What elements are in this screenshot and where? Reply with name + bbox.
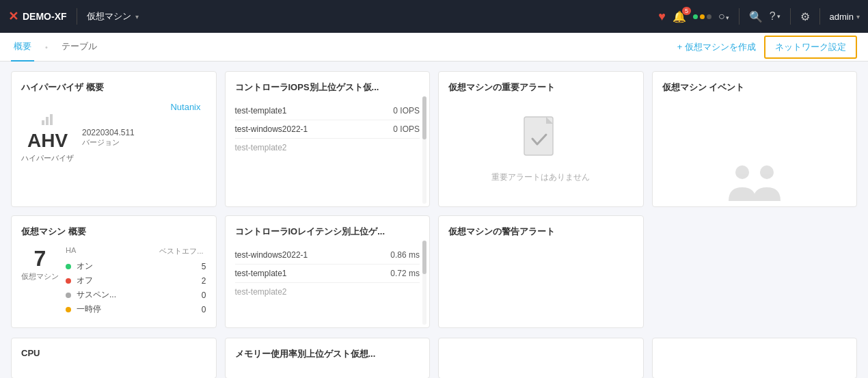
iops-card-title: コントローラIOPS別上位ゲスト仮... bbox=[235, 81, 420, 94]
hypervisor-content: Nutanix AHV ハイパーバイザ 20220304.511 バージョン bbox=[21, 102, 206, 163]
svg-point-6 bbox=[760, 165, 774, 179]
bell-badge: 5 bbox=[682, 7, 691, 15]
svg-rect-0 bbox=[42, 120, 44, 125]
latency-row-3: test-template2 bbox=[235, 283, 420, 301]
latency-value-2: 0.72 ms bbox=[390, 269, 420, 278]
iops-value-1: 0 IOPS bbox=[393, 106, 420, 116]
iops-name-1: test-template1 bbox=[235, 106, 287, 116]
vm-dot-off bbox=[66, 278, 71, 284]
user-caret-icon: ▾ bbox=[856, 13, 860, 21]
latency-name-2: test-template1 bbox=[235, 269, 287, 278]
iops-scrollbar[interactable] bbox=[422, 96, 426, 204]
iops-scrollbar-thumb bbox=[422, 96, 426, 139]
iops-name-3: test-template2 bbox=[235, 143, 287, 152]
vm-table-block: HA ベストエフ... オン 5 オフ 2 サスペン... 0 bbox=[66, 246, 206, 318]
hypervisor-main: AHV ハイパーバイザ 20220304.511 バージョン bbox=[21, 112, 206, 163]
bell-icon[interactable]: 🔔 5 bbox=[673, 10, 686, 23]
main-grid: ハイパーバイザ 概要 Nutanix AHV ハイパーバイザ 202203 bbox=[0, 62, 868, 338]
network-settings-button[interactable]: ネットワーク設定 bbox=[764, 36, 857, 59]
user-menu[interactable]: admin ▾ bbox=[830, 12, 860, 22]
cpu-card-title: CPU bbox=[21, 348, 206, 358]
iops-row-3: test-template2 bbox=[235, 139, 420, 157]
nav-right-divider3 bbox=[819, 8, 820, 25]
vm-summary-title: 仮想マシン 概要 bbox=[21, 226, 206, 238]
vm-count-suspended: 0 bbox=[202, 291, 206, 300]
help-icon[interactable]: ?▾ bbox=[770, 10, 781, 23]
hypervisor-right: 20220304.511 バージョン bbox=[82, 128, 135, 148]
vm-label-on: オン bbox=[77, 260, 199, 272]
nav-divider bbox=[77, 8, 77, 25]
heartbeat-icon[interactable]: ♥ bbox=[658, 10, 666, 24]
dot-gray bbox=[707, 14, 711, 19]
vm-dot-on bbox=[66, 264, 71, 269]
nav-menu-vm[interactable]: 仮想マシン ▾ bbox=[87, 10, 139, 23]
vm-count-block: 7 仮想マシン bbox=[21, 246, 59, 318]
network-settings-label: ネットワーク設定 bbox=[775, 42, 846, 52]
vm-events-title: 仮想マシン イベント bbox=[662, 81, 847, 94]
latency-value-1: 0.86 ms bbox=[390, 250, 420, 260]
search-icon[interactable]: 🔍 bbox=[749, 10, 763, 23]
cpu-card: CPU bbox=[11, 338, 217, 378]
warning-alerts-card-2 bbox=[438, 338, 644, 378]
hypervisor-brand: Nutanix bbox=[170, 102, 206, 112]
no-alerts-icon bbox=[520, 116, 561, 165]
dot-green bbox=[693, 14, 698, 19]
hypervisor-type: AHV bbox=[27, 130, 68, 152]
app-logo[interactable]: ✕ DEMO-XF bbox=[8, 9, 67, 24]
dot-orange bbox=[700, 14, 705, 19]
nav-menu-label: 仮想マシン bbox=[87, 10, 131, 23]
latency-card-title: コントローラIOレイテンシ別上位ゲ... bbox=[235, 226, 420, 238]
vm-summary-card: 仮想マシン 概要 7 仮想マシン HA ベストエフ... オン 5 オフ bbox=[11, 215, 217, 328]
alerts-empty-state: 重要アラートはありません bbox=[448, 102, 634, 197]
gear-icon[interactable]: ⚙ bbox=[800, 10, 810, 23]
hypervisor-version-label: バージョン bbox=[82, 137, 135, 148]
svg-rect-2 bbox=[50, 114, 53, 125]
tabs-left: 概要 • テーブル bbox=[11, 33, 677, 62]
warning-alerts-title: 仮想マシンの警告アラート bbox=[448, 226, 634, 238]
vm-count: 7 bbox=[34, 246, 46, 271]
vm-row-paused: 一時停 0 bbox=[66, 303, 206, 315]
iops-card: コントローラIOPS別上位ゲスト仮... test-template1 0 IO… bbox=[225, 71, 431, 207]
vm-events-card: 仮想マシン イベント EVENTS bbox=[652, 71, 858, 207]
latency-table: test-windows2022-1 0.86 ms test-template… bbox=[235, 246, 420, 301]
iops-value-2: 0 IOPS bbox=[393, 124, 420, 134]
vm-table-header: HA ベストエフ... bbox=[66, 246, 206, 256]
events-figure-icon bbox=[720, 154, 789, 207]
vm-label-suspended: サスペン... bbox=[77, 289, 199, 301]
vm-summary-content: 7 仮想マシン HA ベストエフ... オン 5 オフ 2 bbox=[21, 246, 206, 318]
logo-x-icon: ✕ bbox=[8, 9, 18, 24]
create-vm-button[interactable]: + 仮想マシンを作成 bbox=[677, 41, 756, 53]
vm-count-paused: 0 bbox=[202, 305, 206, 314]
memory-card: メモリー使用率別上位ゲスト仮想... bbox=[225, 338, 431, 378]
svg-point-5 bbox=[735, 165, 749, 179]
app-name: DEMO-XF bbox=[23, 11, 67, 22]
tab-table[interactable]: テーブル bbox=[59, 33, 100, 62]
memory-card-title: メモリー使用率別上位ゲスト仮想... bbox=[235, 348, 420, 360]
tab-overview[interactable]: 概要 bbox=[11, 33, 34, 62]
circle-status-icon[interactable]: ○▾ bbox=[718, 10, 729, 23]
nav-right-divider2 bbox=[790, 8, 791, 25]
topnav-icons: ♥ 🔔 5 ○▾ 🔍 ?▾ ⚙ admin ▾ bbox=[658, 8, 860, 25]
tabsbar: 概要 • テーブル + 仮想マシンを作成 ネットワーク設定 bbox=[0, 33, 868, 62]
critical-alerts-card: 仮想マシンの重要アラート 重要アラートはありません bbox=[438, 71, 644, 207]
latency-card: コントローラIOレイテンシ別上位ゲ... test-windows2022-1 … bbox=[225, 215, 431, 328]
vm-col-best: ベストエフ... bbox=[159, 246, 203, 256]
status-dots[interactable] bbox=[693, 14, 711, 19]
latency-name-1: test-windows2022-1 bbox=[235, 250, 308, 260]
create-vm-label: + 仮想マシンを作成 bbox=[677, 41, 756, 53]
latency-row-2: test-template1 0.72 ms bbox=[235, 265, 420, 283]
vm-count-off: 2 bbox=[202, 276, 206, 286]
nav-menu-caret: ▾ bbox=[135, 13, 139, 21]
latency-scrollbar[interactable] bbox=[422, 241, 426, 325]
iops-table: test-template1 0 IOPS test-windows2022-1… bbox=[235, 102, 420, 157]
events-empty-state: EVENTS bbox=[662, 102, 847, 207]
vm-label-off: オフ bbox=[77, 275, 199, 286]
hypervisor-card: ハイパーバイザ 概要 Nutanix AHV ハイパーバイザ 202203 bbox=[11, 71, 217, 207]
hypervisor-version-number: 20220304.511 bbox=[82, 128, 135, 137]
hypervisor-label: ハイパーバイザ bbox=[21, 153, 74, 163]
tabs-right: + 仮想マシンを作成 ネットワーク設定 bbox=[677, 36, 857, 59]
vm-col-ha: HA bbox=[66, 246, 157, 256]
vm-row-on: オン 5 bbox=[66, 260, 206, 272]
vm-row-suspended: サスペン... 0 bbox=[66, 289, 206, 301]
vm-count-on: 5 bbox=[202, 262, 206, 271]
